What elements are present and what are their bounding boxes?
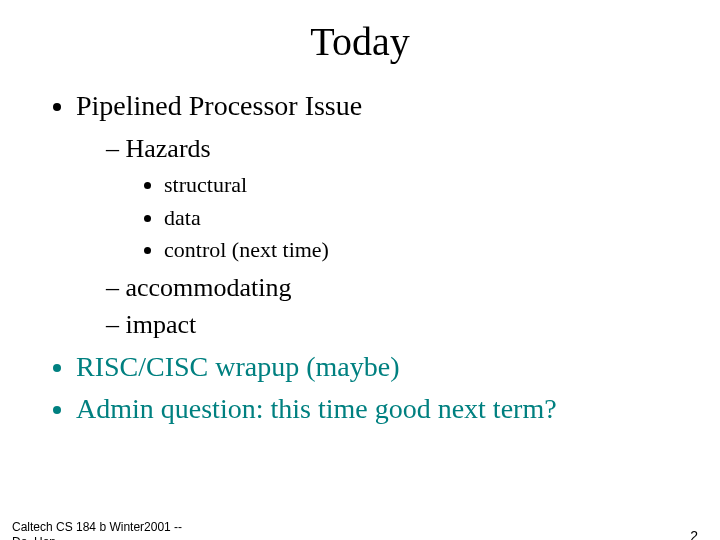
bullet-text: Pipelined Processor Issue	[76, 90, 362, 121]
slide-title: Today	[0, 18, 720, 65]
bullet-text: structural	[164, 172, 247, 197]
bullet-item: data	[164, 203, 720, 234]
bullet-text: control (next time)	[164, 237, 329, 262]
footer-line: De. Hon	[12, 535, 182, 540]
footer-left: Caltech CS 184 b Winter2001 -- De. Hon	[12, 520, 182, 540]
bullet-text: RISC/CISC wrapup (maybe)	[76, 351, 400, 382]
bullet-text: Hazards	[126, 134, 211, 163]
page-number: 2	[690, 528, 698, 540]
bullet-text: accommodating	[126, 273, 292, 302]
bullet-text: Admin question: this time good next term…	[76, 393, 557, 424]
bullet-list-level1: Pipelined Processor Issue Hazards struct…	[48, 87, 720, 428]
bullet-text: data	[164, 205, 201, 230]
bullet-text: impact	[126, 310, 197, 339]
bullet-item-accent: RISC/CISC wrapup (maybe)	[76, 348, 720, 386]
footer-line: Caltech CS 184 b Winter2001 --	[12, 520, 182, 535]
bullet-item-accent: Admin question: this time good next term…	[76, 390, 720, 428]
bullet-item: structural	[164, 170, 720, 201]
bullet-list-level3: structural data control (next time)	[142, 170, 720, 266]
bullet-item: Hazards structural data control (next ti…	[106, 131, 720, 266]
bullet-item: impact	[106, 307, 720, 342]
bullet-item: accommodating	[106, 270, 720, 305]
bullet-list-level2: Hazards structural data control (next ti…	[106, 131, 720, 343]
bullet-item: Pipelined Processor Issue Hazards struct…	[76, 87, 720, 342]
bullet-item: control (next time)	[164, 235, 720, 266]
slide: Today Pipelined Processor Issue Hazards …	[0, 18, 720, 540]
